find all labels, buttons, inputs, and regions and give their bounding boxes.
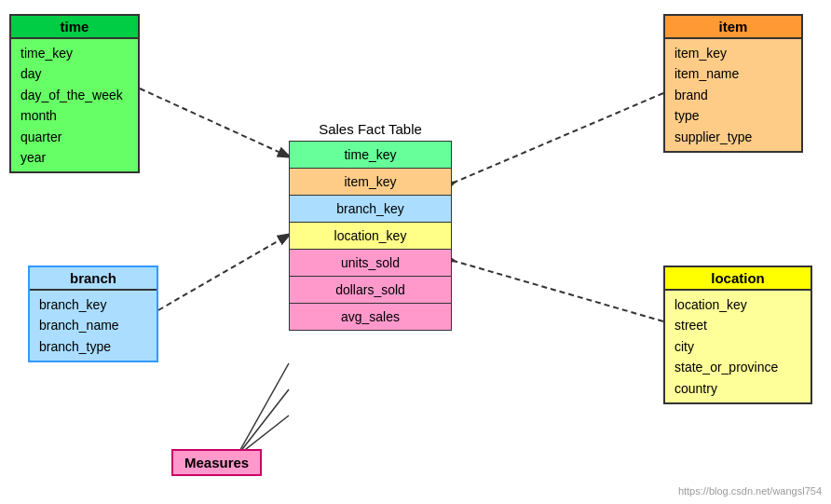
branch-table-body: branch_key branch_name branch_type — [30, 291, 157, 361]
svg-line-4 — [237, 363, 289, 456]
branch-field-1: branch_key — [39, 294, 147, 315]
branch-table: branch branch_key branch_name branch_typ… — [28, 266, 158, 362]
branch-field-3: branch_type — [39, 336, 147, 357]
svg-line-0 — [140, 89, 289, 157]
svg-line-1 — [454, 93, 663, 183]
time-field-6: year — [20, 147, 129, 168]
location-field-5: country — [674, 378, 801, 399]
item-field-4: type — [674, 105, 792, 126]
fact-table-label: Sales Fact Table — [289, 121, 452, 137]
fact-row-dollars-sold: dollars_sold — [289, 276, 452, 304]
item-table-body: item_key item_name brand type supplier_t… — [665, 39, 801, 151]
fact-row-units-sold: units_sold — [289, 249, 452, 277]
item-table: item item_key item_name brand type suppl… — [663, 14, 803, 153]
location-field-3: city — [674, 336, 801, 357]
time-table-header: time — [11, 16, 138, 39]
location-field-2: street — [674, 315, 801, 335]
time-field-4: month — [20, 105, 129, 126]
fact-row-branch-key: branch_key — [289, 195, 452, 223]
svg-line-3 — [454, 261, 663, 321]
svg-line-5 — [237, 389, 289, 456]
item-field-3: brand — [674, 85, 792, 105]
branch-table-header: branch — [30, 267, 157, 291]
location-table-header: location — [665, 267, 811, 291]
location-field-4: state_or_province — [674, 357, 801, 377]
measures-label: Measures — [171, 449, 262, 476]
time-field-1: time_key — [20, 43, 129, 63]
time-field-2: day — [20, 63, 129, 84]
time-field-3: day_of_the_week — [20, 85, 129, 105]
location-table: location location_key street city state_… — [663, 266, 812, 404]
time-table-body: time_key day day_of_the_week month quart… — [11, 39, 138, 171]
time-table: time time_key day day_of_the_week month … — [9, 14, 140, 173]
location-table-body: location_key street city state_or_provin… — [665, 291, 811, 402]
fact-row-location-key: location_key — [289, 222, 452, 250]
item-field-2: item_name — [674, 63, 792, 84]
fact-table: Sales Fact Table time_key item_key branc… — [289, 121, 452, 330]
svg-line-2 — [158, 235, 289, 310]
location-field-1: location_key — [674, 294, 801, 315]
item-field-1: item_key — [674, 43, 792, 63]
fact-row-time-key: time_key — [289, 141, 452, 169]
fact-row-avg-sales: avg_sales — [289, 303, 452, 331]
item-table-header: item — [665, 16, 801, 39]
branch-field-2: branch_name — [39, 315, 147, 335]
fact-row-item-key: item_key — [289, 168, 452, 196]
watermark: https://blog.csdn.net/wangsl754 — [678, 485, 822, 497]
diagram-container: time time_key day day_of_the_week month … — [0, 0, 831, 504]
time-field-5: quarter — [20, 127, 129, 147]
item-field-5: supplier_type — [674, 127, 792, 147]
